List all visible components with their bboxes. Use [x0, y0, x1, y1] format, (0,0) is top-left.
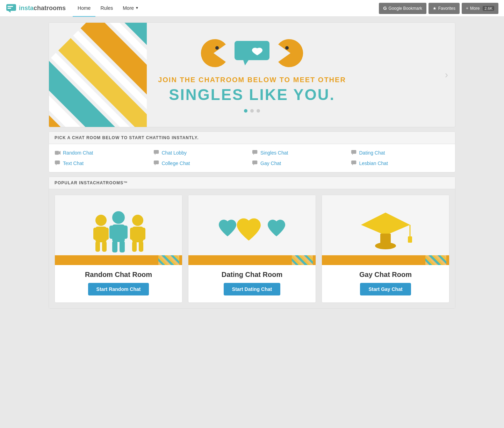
dating-chat-icon [351, 150, 357, 156]
link-lesbian-chat[interactable]: Lesbian Chat [351, 160, 450, 166]
svg-rect-22 [252, 150, 257, 154]
svg-rect-38 [95, 241, 100, 252]
navbar: instachatrooms Home Rules More ▼ G Googl… [0, 0, 504, 17]
chat-links-section: PICK A CHAT ROOM BELOW TO START CHATTING… [49, 131, 455, 172]
svg-marker-16 [243, 60, 249, 65]
pacman-right-icon [275, 37, 306, 69]
svg-rect-42 [109, 226, 114, 239]
svg-point-17 [285, 46, 289, 50]
card-random-illustration [55, 195, 182, 265]
logo-icon [6, 3, 17, 13]
card-gay-body: Gay Chat Room Start Gay Chat [322, 265, 449, 302]
text-chat-icon [55, 160, 61, 166]
banner-subtitle: JOIN THE CHATROOM BELOW TO MEET OTHER [158, 76, 346, 84]
svg-rect-51 [139, 241, 143, 252]
svg-point-34 [95, 215, 107, 226]
svg-rect-26 [55, 160, 60, 164]
svg-marker-31 [253, 164, 254, 166]
plus-icon: + [466, 6, 468, 11]
svg-rect-48 [130, 228, 134, 240]
people-icon [84, 202, 153, 258]
svg-marker-19 [59, 151, 61, 155]
banner-stripes [49, 23, 147, 127]
card-gay-title: Gay Chat Room [326, 271, 445, 279]
svg-marker-1 [8, 11, 10, 13]
svg-marker-23 [253, 154, 254, 155]
link-college-chat[interactable]: College Chat [153, 160, 252, 166]
card-stripe-bar-random [55, 255, 182, 265]
svg-rect-32 [351, 160, 356, 164]
svg-rect-37 [105, 228, 109, 240]
card-gay: Gay Chat Room Start Gay Chat [322, 195, 449, 303]
banner-dot-1[interactable] [244, 109, 247, 113]
chat-links-header: PICK A CHAT ROOM BELOW TO START CHATTING… [49, 132, 455, 144]
pacman-left-icon [198, 37, 229, 69]
svg-rect-15 [235, 41, 269, 60]
nav-home[interactable]: Home [73, 0, 95, 17]
google-bookmark-button[interactable]: G Google Bookmark [379, 3, 426, 14]
svg-point-54 [375, 242, 396, 249]
svg-rect-30 [252, 160, 257, 164]
more-share-button[interactable]: + More 2.6K [462, 3, 498, 14]
svg-rect-3 [8, 8, 12, 9]
svg-marker-25 [352, 154, 353, 155]
chat-links-grid: Random Chat Chat Lobby Singles Chat [49, 144, 455, 172]
start-random-chat-button[interactable]: Start Random Chat [88, 283, 149, 295]
svg-marker-29 [154, 164, 156, 166]
gay-chat-icon [252, 160, 258, 166]
logo[interactable]: instachatrooms [6, 3, 66, 13]
svg-point-46 [132, 215, 143, 226]
svg-rect-28 [153, 160, 158, 164]
singles-chat-icon [252, 150, 258, 156]
link-text-chat[interactable]: Text Chat [55, 160, 153, 166]
svg-point-14 [215, 46, 219, 50]
card-dating-illustration [188, 195, 316, 265]
banner-next-arrow[interactable]: › [445, 69, 448, 80]
nav-rules[interactable]: Rules [95, 0, 118, 17]
link-singles-chat[interactable]: Singles Chat [252, 150, 351, 156]
link-gay-chat[interactable]: Gay Chat [252, 160, 351, 166]
svg-rect-24 [351, 150, 356, 154]
svg-point-40 [112, 211, 125, 224]
svg-marker-21 [154, 154, 156, 155]
chevron-down-icon: ▼ [135, 6, 139, 10]
card-dating-body: Dating Chat Room Start Dating Chat [188, 265, 316, 302]
hero-banner: JOIN THE CHATROOM BELOW TO MEET OTHER SI… [49, 22, 455, 127]
star-icon: ★ [433, 6, 437, 11]
nav-more[interactable]: More ▼ [118, 0, 144, 17]
svg-rect-36 [93, 228, 98, 240]
card-stripe-bar-gay [322, 255, 449, 265]
link-random-chat[interactable]: Random Chat [55, 150, 153, 156]
main-wrapper: JOIN THE CHATROOM BELOW TO MEET OTHER SI… [46, 22, 458, 309]
svg-rect-45 [120, 241, 125, 252]
banner-dots [158, 109, 346, 113]
college-chat-icon [153, 160, 160, 166]
svg-rect-2 [8, 6, 13, 7]
svg-marker-27 [56, 164, 57, 166]
svg-rect-0 [6, 4, 16, 10]
svg-rect-39 [102, 241, 107, 252]
svg-rect-18 [55, 151, 59, 155]
card-gay-illustration [322, 195, 449, 265]
logo-text: instachatrooms [19, 5, 66, 12]
start-gay-chat-button[interactable]: Start Gay Chat [360, 283, 411, 295]
video-icon [55, 150, 61, 156]
favorites-button[interactable]: ★ Favorites [429, 3, 460, 14]
banner-dot-2[interactable] [250, 109, 254, 113]
card-dating: Dating Chat Room Start Dating Chat [188, 195, 316, 303]
banner-dot-3[interactable] [257, 109, 260, 113]
popular-section: POPULAR INSTACHATROOMS™ [49, 177, 455, 309]
chat-bubble-icon [233, 39, 271, 67]
hearts-icon [217, 202, 287, 258]
card-dating-title: Dating Chat Room [193, 271, 311, 279]
cards-grid: Random Chat Room Start Random Chat [49, 189, 455, 308]
nav-links: Home Rules More ▼ [73, 0, 379, 17]
link-dating-chat[interactable]: Dating Chat [351, 150, 450, 156]
banner-title: SINGLES LIKE YOU. [158, 86, 346, 104]
link-chat-lobby[interactable]: Chat Lobby [153, 150, 252, 156]
start-dating-chat-button[interactable]: Start Dating Chat [224, 283, 280, 295]
popular-header: POPULAR INSTACHATROOMS™ [49, 177, 455, 189]
banner-characters [158, 37, 346, 69]
lesbian-chat-icon [351, 160, 357, 166]
svg-rect-43 [123, 226, 128, 239]
